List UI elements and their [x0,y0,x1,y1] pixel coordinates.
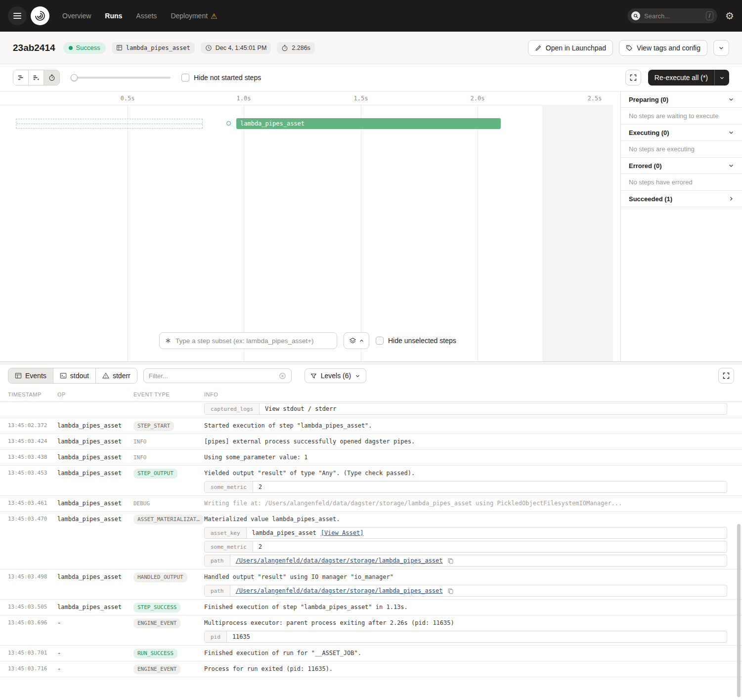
metadata-entry: path/Users/alangenfeld/data/dagster/stor… [204,555,727,567]
step-subset-box[interactable] [159,332,337,349]
log-row: 13:45:03.696-ENGINE_EVENTMultiprocess ex… [0,615,742,646]
levels-label: Levels (6) [321,372,351,380]
log-panel: Eventsstdoutstderr Levels (6) TIMESTAMPO… [0,364,742,700]
zoom-slider-knob[interactable] [71,74,78,81]
asset-chip[interactable]: lambda_pipes_asset [112,42,195,54]
log-event-type: ASSET_MATERIALIZAT… [128,514,198,567]
log-info: Process for run exited (pid: 11635). [198,664,742,674]
filter-funnel-icon [310,373,317,379]
run-actions-dropdown[interactable] [713,40,729,56]
levels-dropdown[interactable]: Levels (6) [305,368,366,383]
log-event-type: ENGINE_EVENT [128,664,198,674]
gantt-gridline [361,105,361,361]
event-type-text: INFO [133,454,147,461]
dagster-logo[interactable] [31,6,49,25]
zoom-slider[interactable] [71,74,171,81]
stopwatch-icon [48,74,55,81]
nav-item-overview[interactable]: Overview [62,12,91,20]
clear-filter-icon[interactable] [279,372,286,380]
chevron-down-icon [719,75,725,81]
logs-scrollbar[interactable] [737,524,741,697]
gantt-tick-label: 1.0s [237,95,251,102]
sidebar-section-errored[interactable]: Errored (0) [621,158,742,174]
event-type-tag: ENGINE_EVENT [133,618,180,628]
gantt-gridline [244,105,244,361]
chevron-down-icon [355,373,360,379]
reexecute-all-button[interactable]: Re-execute all (*) [648,70,714,86]
gantt-step-bar[interactable]: lambda_pipes_asset [236,118,501,129]
tab-stderr[interactable]: stderr [96,368,137,383]
event-type-tag: STEP_START [133,421,174,431]
sidebar-section-executing[interactable]: Executing (0) [621,125,742,141]
log-info: Yielded output "result" of type "Any". (… [198,468,742,493]
tag-icon [626,44,633,51]
gantt-canvas: lambda_pipes_asset Hide unselected steps… [0,91,620,361]
flat-bars-icon [33,74,40,81]
dagster-logo-icon [34,10,46,22]
open-launchpad-button[interactable]: Open in Launchpad [528,40,613,56]
status-badge[interactable]: Success [63,42,106,54]
tab-events[interactable]: Events [8,368,53,383]
metadata-entry: asset_keylambda_pipes_asset[View Asset] [204,527,727,539]
log-row: 13:45:03.498lambda_pipes_assetHANDLED_OU… [0,569,742,600]
chevron-down-icon [728,163,734,169]
reexecute-dropdown-button[interactable] [714,70,729,86]
nav-item-runs[interactable]: Runs [105,12,122,20]
hide-unselected-checkbox[interactable] [376,337,384,345]
sidebar-section-succeeded[interactable]: Succeeded (1) [621,191,742,207]
sidebar-section-body: No steps are executing [621,141,742,158]
sidebar-section-title: Succeeded (1) [629,195,672,203]
sidebar-section-title: Executing (0) [629,129,669,136]
log-event-type: STEP_SUCCESS [128,602,198,612]
log-table-header: TIMESTAMPOPEVENT TYPEINFO [0,387,742,402]
copy-icon[interactable] [447,558,454,564]
metadata-value: 11635 [227,631,256,642]
view-tags-config-button[interactable]: View tags and config [619,40,707,56]
path-link[interactable]: /Users/alangenfeld/data/dagster/storage/… [236,587,443,594]
topnav-right: / ⚙ [627,8,734,23]
event-type-tag: HANDLED_OUTPUT [133,572,187,582]
menu-button[interactable] [8,6,27,25]
search-box[interactable]: / [627,8,717,23]
metadata-key: path [205,555,230,566]
nav-item-deployment[interactable]: Deployment⚠ [171,12,217,20]
log-op: - [51,648,128,658]
metadata-list: pid11635 [204,631,727,643]
metadata-entry: some_metric2 [204,541,727,553]
event-type-text: DEBUG [133,500,150,507]
expand-logs-button[interactable] [718,368,734,384]
graph-query-toggle-button[interactable] [344,332,369,349]
nav-item-label: Overview [62,12,91,20]
tab-stdout[interactable]: stdout [53,368,96,383]
expand-gantt-button[interactable] [625,70,641,86]
search-input[interactable] [644,12,702,20]
sidebar-section-preparing[interactable]: Preparing (0) [621,91,742,108]
view-mode-waterfall-button[interactable] [13,70,29,85]
zoom-slider-track [77,77,171,79]
log-timestamp: 13:45:03.438 [0,452,51,463]
log-op: lambda_pipes_asset [51,514,128,567]
log-info: Finished execution of run for "__ASSET_J… [198,648,742,658]
view-asset-link[interactable]: [View Asset] [321,529,364,536]
step-subset-input[interactable] [175,337,332,345]
copy-icon[interactable] [447,588,454,594]
event-type-tag: ASSET_MATERIALIZAT… [133,515,204,525]
column-header: TIMESTAMP [0,392,51,397]
log-row: 13:45:03.424lambda_pipes_assetINFO[pipes… [0,434,742,450]
view-mode-flat-button[interactable] [29,70,44,85]
settings-gear-icon[interactable]: ⚙ [725,11,734,21]
log-info: Writing file at: /Users/alangenfeld/data… [198,498,742,509]
hide-not-started-checkbox[interactable] [181,74,189,82]
nav-item-assets[interactable]: Assets [136,12,157,20]
path-link[interactable]: /Users/alangenfeld/data/dagster/storage/… [236,557,443,564]
log-op: lambda_pipes_asset [51,421,128,431]
log-info: [pipes] external process successfully op… [198,437,742,447]
log-row: 13:45:02.372lambda_pipes_assetSTEP_START… [0,418,742,434]
tab-label: stderr [113,372,131,380]
log-filter-box[interactable] [143,368,292,383]
log-info-text: Handled output "result" using IO manager… [204,572,730,582]
view-mode-timed-button[interactable] [44,70,59,85]
metadata-entry: captured_logsView stdout / stderr [204,403,727,415]
log-filter-input[interactable] [149,372,275,380]
log-info-text: Writing file at: /Users/alangenfeld/data… [204,498,730,508]
